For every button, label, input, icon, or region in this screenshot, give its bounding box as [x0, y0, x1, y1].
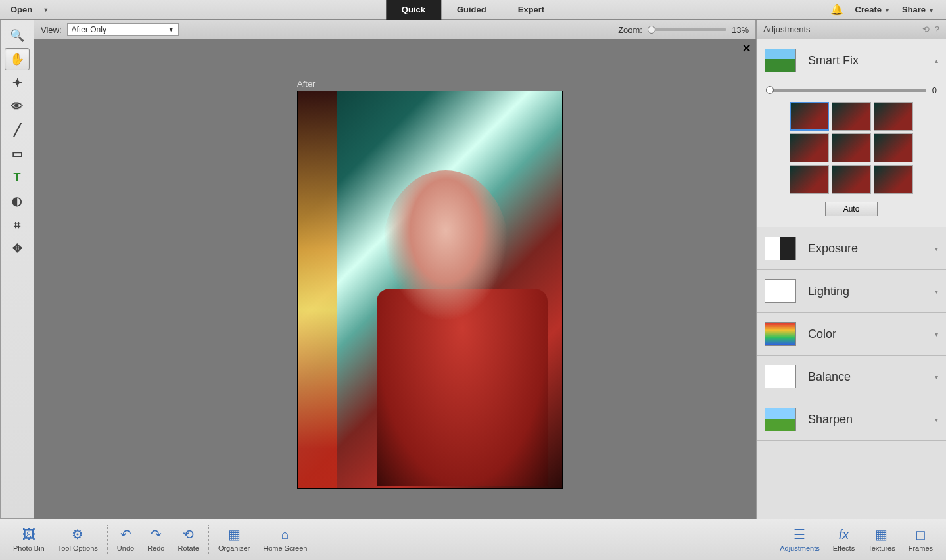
- tab-quick[interactable]: Quick: [386, 0, 441, 20]
- crop-icon: ⌗: [14, 218, 20, 232]
- expand-icon[interactable]: ▾: [935, 331, 938, 338]
- organizer-icon: ▦: [225, 527, 243, 542]
- canvas-area[interactable]: ✕ After: [34, 39, 756, 519]
- bottom-photo-bin[interactable]: 🖼Photo Bin: [7, 527, 51, 552]
- open-caret-icon[interactable]: ▼: [43, 7, 49, 13]
- panel-tab-effects[interactable]: fxEffects: [826, 527, 861, 552]
- collapse-icon[interactable]: ▴: [935, 57, 938, 64]
- section-smart-fix[interactable]: Smart Fix ▴: [757, 39, 946, 82]
- tool-zoom[interactable]: 🔍: [5, 24, 30, 47]
- auto-button[interactable]: Auto: [825, 202, 878, 216]
- frames-icon: ◻: [912, 527, 929, 542]
- bottom-rotate[interactable]: ⟲Rotate: [171, 527, 205, 552]
- move-icon: ✥: [12, 241, 22, 256]
- section-exposure[interactable]: Exposure▾: [757, 227, 946, 269]
- smart-fix-icon: [765, 49, 796, 72]
- reset-icon[interactable]: ⟲: [922, 24, 930, 34]
- create-menu[interactable]: Create▼: [855, 5, 890, 14]
- tool-quick-select[interactable]: ✦: [5, 72, 30, 94]
- preset-thumb[interactable]: [832, 165, 871, 194]
- adjustments-panel: Adjustments ⟲ ? Smart Fix ▴ 0: [756, 20, 946, 519]
- tool-hand[interactable]: ✋: [5, 48, 30, 70]
- preset-thumb[interactable]: [832, 133, 871, 162]
- expand-icon[interactable]: ▾: [935, 373, 938, 381]
- color-icon: [765, 322, 796, 346]
- help-icon[interactable]: ?: [935, 24, 939, 34]
- tool-whiten[interactable]: ╱: [5, 119, 30, 141]
- preset-thumb[interactable]: [874, 102, 913, 131]
- bottom-organizer[interactable]: ▦Organizer: [212, 527, 256, 552]
- balance-icon: [765, 365, 796, 388]
- preset-thumb[interactable]: [832, 102, 871, 131]
- bottom-home-screen[interactable]: ⌂Home Screen: [256, 527, 314, 552]
- after-label: After: [297, 79, 315, 89]
- bottom-tool-options[interactable]: ⚙Tool Options: [51, 527, 105, 552]
- rotate-icon: ⟲: [180, 527, 197, 542]
- bottom-undo[interactable]: ↶Undo: [110, 527, 141, 552]
- notification-bell-icon[interactable]: 🔔: [830, 3, 843, 16]
- sharpen-icon: [765, 408, 796, 431]
- panel-title: Adjustments: [763, 24, 811, 34]
- tool-options-icon: ⚙: [69, 527, 86, 542]
- quick-select-icon: ✦: [12, 76, 22, 90]
- tab-guided[interactable]: Guided: [441, 0, 502, 20]
- panel-tab-frames[interactable]: ◻Frames: [902, 527, 939, 552]
- zoom-value: 13%: [732, 25, 749, 35]
- exposure-icon: [765, 237, 796, 260]
- preset-thumb[interactable]: [874, 133, 913, 162]
- section-balance[interactable]: Balance▾: [757, 356, 946, 398]
- lighting-icon: [765, 279, 796, 303]
- hand-icon: ✋: [10, 52, 24, 66]
- tool-text[interactable]: T: [5, 166, 30, 189]
- section-lighting[interactable]: Lighting▾: [757, 270, 946, 312]
- expand-icon[interactable]: ▾: [935, 288, 938, 295]
- preset-grid: [766, 102, 937, 194]
- redo-icon: ↷: [147, 527, 164, 542]
- section-title: Exposure: [808, 242, 858, 256]
- undo-icon: ↶: [117, 527, 134, 542]
- photo-preview[interactable]: [297, 91, 563, 489]
- tool-spot-heal[interactable]: ◐: [5, 190, 30, 212]
- expand-icon[interactable]: ▾: [935, 245, 938, 252]
- section-sharpen[interactable]: Sharpen▾: [757, 398, 946, 440]
- section-color[interactable]: Color▾: [757, 313, 946, 355]
- zoom-icon: 🔍: [10, 28, 24, 43]
- share-menu[interactable]: Share▼: [902, 5, 934, 14]
- bottom-redo[interactable]: ↷Redo: [141, 527, 171, 552]
- panel-tab-textures[interactable]: ▦Textures: [861, 527, 902, 552]
- textures-icon: ▦: [873, 527, 890, 542]
- smart-fix-slider[interactable]: [766, 89, 926, 92]
- zoom-label: Zoom:: [618, 25, 642, 35]
- smart-fix-value: 0: [932, 85, 937, 95]
- panel-tab-adjustments[interactable]: ☰Adjustments: [773, 527, 826, 552]
- smart-fix-title: Smart Fix: [808, 54, 859, 68]
- tool-move[interactable]: ✥: [5, 237, 30, 260]
- preset-thumb[interactable]: [790, 133, 829, 162]
- straighten-icon: ▭: [12, 147, 23, 161]
- open-menu[interactable]: Open: [11, 5, 32, 14]
- section-title: Balance: [808, 370, 851, 384]
- effects-icon: fx: [835, 527, 852, 542]
- spot-heal-icon: ◐: [12, 194, 22, 208]
- bottom-bar: 🖼Photo Bin⚙Tool Options↶Undo↷Redo⟲Rotate…: [0, 519, 946, 560]
- preset-thumb[interactable]: [874, 165, 913, 194]
- options-bar: View: After Only▼ Zoom: 13%: [34, 20, 756, 39]
- text-icon: T: [14, 171, 21, 185]
- adjustments-icon: ☰: [791, 527, 808, 542]
- view-dropdown[interactable]: After Only▼: [67, 23, 179, 36]
- tool-crop[interactable]: ⌗: [5, 214, 30, 236]
- section-title: Color: [808, 327, 836, 341]
- preset-thumb[interactable]: [790, 102, 829, 131]
- zoom-slider[interactable]: [648, 28, 726, 31]
- tool-sidebar: 🔍✋✦👁╱▭T◐⌗✥: [0, 20, 34, 519]
- tool-eye[interactable]: 👁: [5, 95, 30, 118]
- section-title: Sharpen: [808, 413, 853, 427]
- eye-icon: 👁: [11, 100, 23, 114]
- tab-expert[interactable]: Expert: [502, 0, 560, 20]
- expand-icon[interactable]: ▾: [935, 416, 938, 423]
- tool-straighten[interactable]: ▭: [5, 143, 30, 165]
- preset-thumb[interactable]: [790, 165, 829, 194]
- top-menu-bar: Open ▼ Quick Guided Expert 🔔 Create▼ Sha…: [0, 0, 946, 20]
- close-document-icon[interactable]: ✕: [742, 42, 751, 55]
- whiten-icon: ╱: [14, 123, 21, 137]
